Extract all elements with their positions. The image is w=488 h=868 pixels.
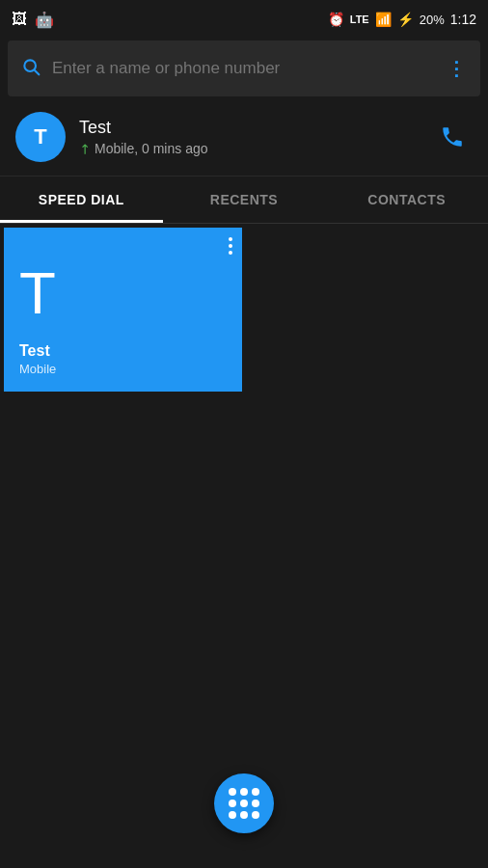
search-bar[interactable]: ⋮ [8,41,480,96]
call-type-time: Mobile, 0 mins ago [95,141,208,156]
call-info: Test ↗ Mobile, 0 mins ago [79,118,419,156]
call-detail: ↗ Mobile, 0 mins ago [79,141,419,156]
dialpad-icon [229,788,259,819]
speed-dial-grid: T Test Mobile [0,224,488,395]
alarm-icon: ⏰ [328,12,344,27]
menu-dot [229,244,232,248]
status-bar-left: 🖼 🤖 [12,11,54,29]
tab-bar: SPEED DIAL RECENTS CONTACTS [0,176,488,224]
recent-call-item[interactable]: T Test ↗ Mobile, 0 mins ago [0,98,488,176]
dialpad-fab[interactable] [214,773,274,833]
signal-icon: 📶 [375,12,392,27]
image-icon: 🖼 [12,11,27,28]
outgoing-call-arrow: ↗ [75,139,95,158]
status-time: 1:12 [450,12,476,27]
android-icon: 🤖 [35,11,54,29]
svg-line-1 [35,70,40,75]
charging-icon: ⚡ [397,12,414,27]
speed-dial-card[interactable]: T Test Mobile [4,228,242,392]
lte-icon: LTE [350,14,369,25]
tab-contacts[interactable]: CONTACTS [325,176,488,223]
tab-speed-dial[interactable]: SPEED DIAL [0,176,163,223]
card-initial: T [19,258,227,342]
card-contact-name: Test [19,342,227,360]
status-bar: 🖼 🤖 ⏰ LTE 📶 ⚡ 20% 1:12 [0,0,488,39]
card-contact-type: Mobile [19,362,227,376]
contact-avatar: T [15,112,66,162]
card-menu-button[interactable] [229,237,232,255]
search-icon [21,57,41,80]
status-bar-right: ⏰ LTE 📶 ⚡ 20% 1:12 [328,12,476,27]
menu-dot [229,237,232,241]
contact-name: Test [79,118,419,138]
search-input[interactable] [52,59,435,78]
battery-percentage: 20% [420,13,445,27]
call-button[interactable] [432,117,473,157]
menu-dot [229,251,232,255]
tab-recents[interactable]: RECENTS [163,176,326,223]
more-options-icon[interactable]: ⋮ [447,57,467,80]
